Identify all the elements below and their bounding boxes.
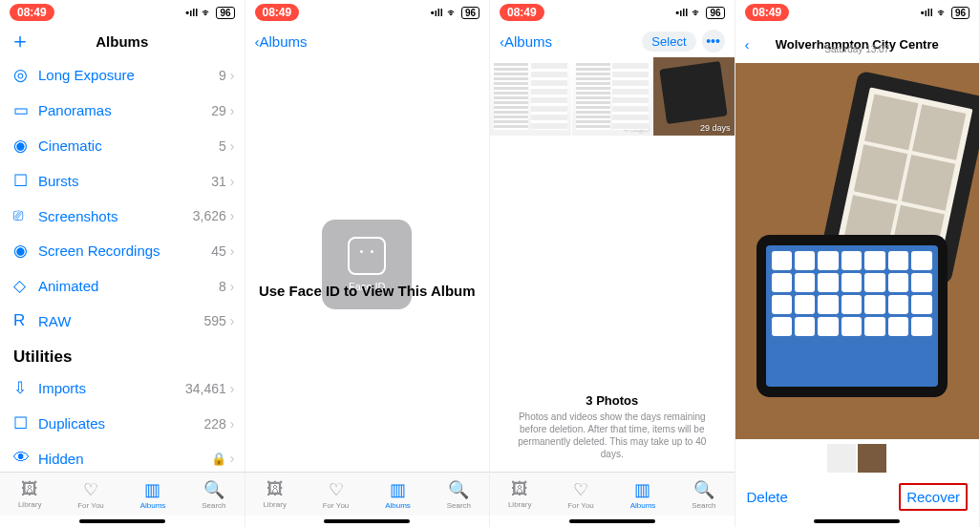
album-row-long-exposure[interactable]: ◎Long Exposure9›: [0, 57, 245, 93]
row-count: 31: [211, 174, 226, 189]
add-button[interactable]: ＋: [10, 27, 31, 55]
for-you-icon: ♡: [329, 479, 344, 500]
days-remaining: 4 days: [623, 123, 649, 133]
utility-row-hidden[interactable]: 👁Hidden🔒›: [0, 441, 245, 472]
action-bar: Delete Recover: [735, 477, 980, 516]
info-block: 3 Photos Photos and videos show the days…: [490, 386, 735, 472]
for-you-icon: ♡: [83, 479, 98, 500]
thumbnail[interactable]: [827, 444, 856, 473]
tab-label: Library: [18, 500, 41, 509]
row-count: 29: [211, 103, 226, 118]
row-label: Duplicates: [38, 415, 203, 432]
screen-recently-deleted: 08:49 •ıll ᯤ 96 ‹ Albums Select ••• 4 da…: [490, 0, 735, 527]
status-icons: •ıll ᯤ 96: [921, 7, 969, 19]
row-count: 595: [203, 313, 225, 328]
row-label: Cinematic: [38, 137, 219, 154]
utility-row-duplicates[interactable]: ☐Duplicates228›: [0, 406, 245, 441]
album-row-bursts[interactable]: ☐Bursts31›: [0, 163, 245, 199]
delete-button[interactable]: Delete: [747, 489, 788, 505]
albums-icon: ▥: [144, 479, 160, 500]
utility-row-imports[interactable]: ⇩Imports34,461›: [0, 370, 245, 406]
duplicates-icon: ☐: [13, 413, 38, 433]
photo-thumbnail[interactable]: 4 days: [572, 57, 654, 136]
photo-content: [756, 235, 948, 397]
row-label: Long Exposure: [38, 67, 219, 83]
status-icons: •ıll ᯤ 96: [185, 7, 234, 19]
tab-search[interactable]: 🔍Search: [447, 479, 471, 510]
search-icon: 🔍: [448, 479, 469, 500]
battery-level: 96: [216, 7, 234, 19]
tab-albums[interactable]: ▥Albums: [630, 479, 656, 510]
photo-thumbnail[interactable]: 29 days: [653, 57, 735, 136]
back-button[interactable]: ‹ Albums: [500, 33, 552, 50]
tab-albums[interactable]: ▥Albums: [385, 479, 411, 510]
thumbnail-selected[interactable]: [858, 444, 886, 473]
for-you-icon: ♡: [573, 479, 588, 500]
row-label: Imports: [38, 380, 185, 396]
chevron-right-icon: ›: [230, 451, 235, 466]
home-indicator[interactable]: [490, 516, 735, 527]
back-label: Albums: [260, 33, 308, 50]
album-row-screenshots[interactable]: ⎚Screenshots3,626›: [0, 199, 245, 233]
screen-recordings-icon: ◉: [13, 241, 38, 261]
row-label: Screen Recordings: [38, 242, 211, 259]
recover-button[interactable]: Recover: [899, 483, 968, 511]
wifi-icon: ᯤ: [692, 7, 702, 18]
tab-library[interactable]: 🖼Library: [263, 479, 286, 509]
nav-bar: ‹ Albums Select •••: [490, 25, 735, 57]
tab-search[interactable]: 🔍Search: [202, 479, 225, 510]
tab-albums[interactable]: ▥Albums: [140, 479, 166, 510]
row-count: 34,461: [185, 381, 226, 396]
thumbnail-grid: 4 days 29 days: [490, 57, 735, 136]
long-exposure-icon: ◎: [13, 65, 38, 85]
library-icon: 🖼: [511, 479, 528, 499]
back-button[interactable]: ‹ Albums: [255, 33, 308, 50]
raw-icon: R: [13, 311, 38, 330]
row-count: 228: [203, 416, 225, 432]
library-icon: 🖼: [266, 479, 284, 499]
tab-search[interactable]: 🔍Search: [692, 479, 715, 510]
select-button[interactable]: Select: [642, 32, 695, 52]
home-indicator[interactable]: [0, 516, 245, 527]
more-button[interactable]: •••: [702, 30, 725, 53]
row-label: Screenshots: [38, 208, 193, 224]
status-time: 08:49: [500, 4, 544, 21]
tab-library[interactable]: 🖼Library: [508, 479, 531, 509]
status-time: 08:49: [745, 4, 790, 21]
album-row-raw[interactable]: RRAW595›: [0, 304, 245, 338]
days-remaining: 29 days: [700, 123, 731, 133]
thumbnail-strip: [735, 439, 980, 477]
albums-list: ◎Long Exposure9›▭Panoramas29›◉Cinematic5…: [0, 57, 245, 472]
wifi-icon: ᯤ: [937, 7, 948, 18]
cinematic-icon: ◉: [13, 136, 38, 156]
tab-label: For You: [567, 501, 594, 510]
home-indicator[interactable]: [245, 516, 490, 527]
chevron-right-icon: ›: [230, 243, 235, 259]
photo-viewer[interactable]: [735, 63, 980, 439]
home-indicator[interactable]: [735, 516, 980, 527]
status-time: 08:49: [255, 4, 300, 21]
tab-library[interactable]: 🖼Library: [18, 479, 41, 509]
albums-icon: ▥: [634, 479, 650, 500]
imports-icon: ⇩: [13, 378, 38, 398]
battery-level: 96: [461, 7, 479, 19]
chevron-right-icon: ›: [230, 103, 235, 118]
tab-for-you[interactable]: ♡For You: [323, 479, 350, 510]
faceid-icon: [348, 237, 386, 275]
library-icon: 🖼: [21, 479, 38, 499]
wifi-icon: ᯤ: [447, 7, 458, 18]
album-row-screen-recordings[interactable]: ◉Screen Recordings45›: [0, 233, 245, 268]
tab-label: For You: [323, 501, 350, 510]
album-row-cinematic[interactable]: ◉Cinematic5›: [0, 128, 245, 163]
album-row-panoramas[interactable]: ▭Panoramas29›: [0, 93, 245, 128]
tab-for-you[interactable]: ♡For You: [567, 479, 594, 510]
faceid-prompt: Use Face ID to View This Album: [259, 283, 476, 299]
row-count: 5: [219, 138, 226, 154]
tab-bar: 🖼Library♡For You▥Albums🔍Search: [245, 472, 490, 516]
photo-thumbnail[interactable]: [490, 57, 572, 136]
signal-icon: •ıll: [675, 7, 688, 18]
album-row-animated[interactable]: ◇Animated8›: [0, 268, 245, 304]
row-count: 9: [219, 68, 226, 83]
tab-for-you[interactable]: ♡For You: [77, 479, 104, 510]
bursts-icon: ☐: [13, 171, 38, 191]
